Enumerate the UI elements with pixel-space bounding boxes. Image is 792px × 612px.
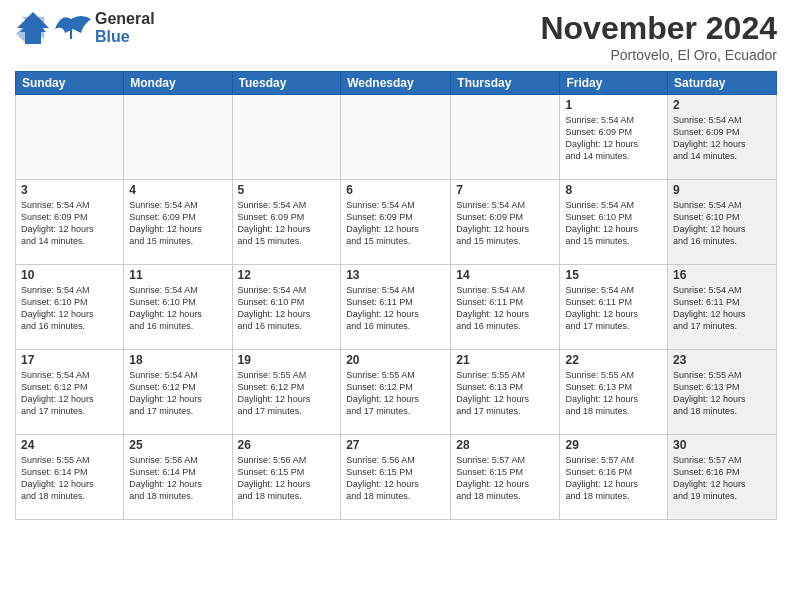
week-row-5: 24Sunrise: 5:55 AM Sunset: 6:14 PM Dayli… — [16, 435, 777, 520]
calendar-day: 20Sunrise: 5:55 AM Sunset: 6:12 PM Dayli… — [341, 350, 451, 435]
day-info: Sunrise: 5:55 AM Sunset: 6:14 PM Dayligh… — [21, 454, 118, 503]
calendar-day: 6Sunrise: 5:54 AM Sunset: 6:09 PM Daylig… — [341, 180, 451, 265]
calendar-day — [124, 95, 232, 180]
calendar-day: 25Sunrise: 5:56 AM Sunset: 6:14 PM Dayli… — [124, 435, 232, 520]
logo-icon — [15, 10, 51, 46]
calendar-day: 22Sunrise: 5:55 AM Sunset: 6:13 PM Dayli… — [560, 350, 668, 435]
day-number: 10 — [21, 268, 118, 282]
col-wednesday: Wednesday — [341, 72, 451, 95]
day-number: 9 — [673, 183, 771, 197]
day-info: Sunrise: 5:54 AM Sunset: 6:09 PM Dayligh… — [346, 199, 445, 248]
day-info: Sunrise: 5:54 AM Sunset: 6:09 PM Dayligh… — [238, 199, 336, 248]
calendar-day — [16, 95, 124, 180]
day-info: Sunrise: 5:54 AM Sunset: 6:10 PM Dayligh… — [565, 199, 662, 248]
calendar-day: 27Sunrise: 5:56 AM Sunset: 6:15 PM Dayli… — [341, 435, 451, 520]
calendar-day: 16Sunrise: 5:54 AM Sunset: 6:11 PM Dayli… — [668, 265, 777, 350]
day-number: 4 — [129, 183, 226, 197]
calendar-day — [451, 95, 560, 180]
calendar-day: 14Sunrise: 5:54 AM Sunset: 6:11 PM Dayli… — [451, 265, 560, 350]
calendar-day: 23Sunrise: 5:55 AM Sunset: 6:13 PM Dayli… — [668, 350, 777, 435]
col-friday: Friday — [560, 72, 668, 95]
page-container: General Blue November 2024 Portovelo, El… — [0, 0, 792, 530]
calendar-day: 8Sunrise: 5:54 AM Sunset: 6:10 PM Daylig… — [560, 180, 668, 265]
day-info: Sunrise: 5:55 AM Sunset: 6:13 PM Dayligh… — [565, 369, 662, 418]
calendar-day: 10Sunrise: 5:54 AM Sunset: 6:10 PM Dayli… — [16, 265, 124, 350]
col-thursday: Thursday — [451, 72, 560, 95]
day-number: 15 — [565, 268, 662, 282]
calendar-day: 21Sunrise: 5:55 AM Sunset: 6:13 PM Dayli… — [451, 350, 560, 435]
day-info: Sunrise: 5:57 AM Sunset: 6:15 PM Dayligh… — [456, 454, 554, 503]
day-info: Sunrise: 5:54 AM Sunset: 6:09 PM Dayligh… — [673, 114, 771, 163]
day-info: Sunrise: 5:55 AM Sunset: 6:12 PM Dayligh… — [238, 369, 336, 418]
col-tuesday: Tuesday — [232, 72, 341, 95]
day-info: Sunrise: 5:54 AM Sunset: 6:09 PM Dayligh… — [129, 199, 226, 248]
calendar-title: November 2024 — [540, 10, 777, 47]
calendar-day: 29Sunrise: 5:57 AM Sunset: 6:16 PM Dayli… — [560, 435, 668, 520]
day-info: Sunrise: 5:56 AM Sunset: 6:15 PM Dayligh… — [346, 454, 445, 503]
day-info: Sunrise: 5:54 AM Sunset: 6:09 PM Dayligh… — [565, 114, 662, 163]
col-sunday: Sunday — [16, 72, 124, 95]
page-header: General Blue November 2024 Portovelo, El… — [15, 10, 777, 63]
day-info: Sunrise: 5:55 AM Sunset: 6:13 PM Dayligh… — [673, 369, 771, 418]
day-info: Sunrise: 5:54 AM Sunset: 6:09 PM Dayligh… — [456, 199, 554, 248]
week-row-1: 1Sunrise: 5:54 AM Sunset: 6:09 PM Daylig… — [16, 95, 777, 180]
day-info: Sunrise: 5:55 AM Sunset: 6:13 PM Dayligh… — [456, 369, 554, 418]
day-number: 20 — [346, 353, 445, 367]
calendar-day — [232, 95, 341, 180]
calendar-day: 9Sunrise: 5:54 AM Sunset: 6:10 PM Daylig… — [668, 180, 777, 265]
calendar-day: 1Sunrise: 5:54 AM Sunset: 6:09 PM Daylig… — [560, 95, 668, 180]
day-info: Sunrise: 5:54 AM Sunset: 6:11 PM Dayligh… — [565, 284, 662, 333]
day-number: 6 — [346, 183, 445, 197]
day-number: 11 — [129, 268, 226, 282]
calendar-day: 12Sunrise: 5:54 AM Sunset: 6:10 PM Dayli… — [232, 265, 341, 350]
day-info: Sunrise: 5:54 AM Sunset: 6:12 PM Dayligh… — [129, 369, 226, 418]
calendar-day: 19Sunrise: 5:55 AM Sunset: 6:12 PM Dayli… — [232, 350, 341, 435]
day-info: Sunrise: 5:56 AM Sunset: 6:15 PM Dayligh… — [238, 454, 336, 503]
day-number: 1 — [565, 98, 662, 112]
calendar-day: 4Sunrise: 5:54 AM Sunset: 6:09 PM Daylig… — [124, 180, 232, 265]
day-info: Sunrise: 5:54 AM Sunset: 6:11 PM Dayligh… — [673, 284, 771, 333]
day-number: 26 — [238, 438, 336, 452]
day-number: 28 — [456, 438, 554, 452]
week-row-2: 3Sunrise: 5:54 AM Sunset: 6:09 PM Daylig… — [16, 180, 777, 265]
title-section: November 2024 Portovelo, El Oro, Ecuador — [540, 10, 777, 63]
day-info: Sunrise: 5:54 AM Sunset: 6:12 PM Dayligh… — [21, 369, 118, 418]
day-number: 23 — [673, 353, 771, 367]
day-number: 27 — [346, 438, 445, 452]
calendar-header-row: Sunday Monday Tuesday Wednesday Thursday… — [16, 72, 777, 95]
calendar-day: 18Sunrise: 5:54 AM Sunset: 6:12 PM Dayli… — [124, 350, 232, 435]
logo-bird-icon — [53, 11, 93, 46]
day-number: 5 — [238, 183, 336, 197]
logo-text: General Blue — [95, 10, 155, 45]
day-info: Sunrise: 5:54 AM Sunset: 6:10 PM Dayligh… — [129, 284, 226, 333]
calendar-subtitle: Portovelo, El Oro, Ecuador — [540, 47, 777, 63]
day-number: 25 — [129, 438, 226, 452]
week-row-3: 10Sunrise: 5:54 AM Sunset: 6:10 PM Dayli… — [16, 265, 777, 350]
day-number: 24 — [21, 438, 118, 452]
week-row-4: 17Sunrise: 5:54 AM Sunset: 6:12 PM Dayli… — [16, 350, 777, 435]
day-number: 8 — [565, 183, 662, 197]
calendar-day: 17Sunrise: 5:54 AM Sunset: 6:12 PM Dayli… — [16, 350, 124, 435]
calendar-day: 30Sunrise: 5:57 AM Sunset: 6:16 PM Dayli… — [668, 435, 777, 520]
day-number: 17 — [21, 353, 118, 367]
day-number: 30 — [673, 438, 771, 452]
day-number: 16 — [673, 268, 771, 282]
col-saturday: Saturday — [668, 72, 777, 95]
day-info: Sunrise: 5:55 AM Sunset: 6:12 PM Dayligh… — [346, 369, 445, 418]
day-number: 29 — [565, 438, 662, 452]
col-monday: Monday — [124, 72, 232, 95]
calendar-day: 5Sunrise: 5:54 AM Sunset: 6:09 PM Daylig… — [232, 180, 341, 265]
day-number: 18 — [129, 353, 226, 367]
day-number: 19 — [238, 353, 336, 367]
day-info: Sunrise: 5:56 AM Sunset: 6:14 PM Dayligh… — [129, 454, 226, 503]
day-number: 22 — [565, 353, 662, 367]
day-info: Sunrise: 5:54 AM Sunset: 6:10 PM Dayligh… — [21, 284, 118, 333]
calendar-day: 15Sunrise: 5:54 AM Sunset: 6:11 PM Dayli… — [560, 265, 668, 350]
calendar-day: 13Sunrise: 5:54 AM Sunset: 6:11 PM Dayli… — [341, 265, 451, 350]
day-number: 2 — [673, 98, 771, 112]
calendar-day: 7Sunrise: 5:54 AM Sunset: 6:09 PM Daylig… — [451, 180, 560, 265]
calendar-day: 3Sunrise: 5:54 AM Sunset: 6:09 PM Daylig… — [16, 180, 124, 265]
day-number: 21 — [456, 353, 554, 367]
day-number: 3 — [21, 183, 118, 197]
day-info: Sunrise: 5:54 AM Sunset: 6:10 PM Dayligh… — [673, 199, 771, 248]
